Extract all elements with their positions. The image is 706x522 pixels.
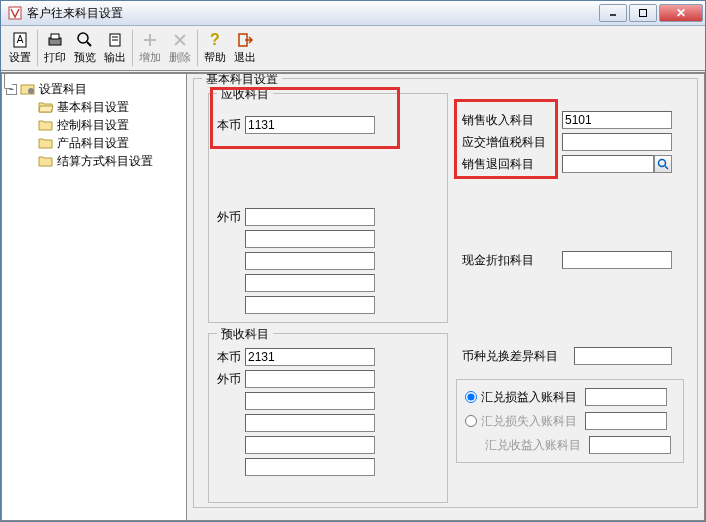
cash-discount-input[interactable] (562, 251, 672, 269)
group-ar: 应收科目 本币 外币 (208, 93, 448, 323)
folder-wrench-icon (20, 82, 36, 96)
svg-rect-6 (51, 34, 59, 39)
add-icon (141, 31, 159, 49)
delete-button[interactable]: 删除 (165, 28, 195, 68)
pr-foreign-label: 外币 (217, 371, 241, 388)
folder-icon (38, 136, 54, 150)
tree-item-label: 控制科目设置 (57, 117, 129, 134)
fx-diff-input[interactable] (574, 347, 672, 365)
group-pr-title: 预收科目 (217, 326, 273, 343)
toolbar-separator (132, 30, 133, 66)
minimize-button[interactable] (599, 4, 627, 22)
delete-icon (171, 31, 189, 49)
group-basic-settings: 基本科目设置 应收科目 本币 外币 预收科 (193, 78, 698, 508)
fx-diff-label: 币种兑换差异科目 (462, 348, 570, 365)
tree-tab[interactable] (4, 73, 12, 89)
pr-local-input[interactable] (245, 348, 375, 366)
fx-gain-label: 汇兑收益入账科目 (485, 437, 581, 454)
svg-point-7 (78, 33, 88, 43)
folder-open-icon (38, 100, 54, 114)
preview-icon (76, 31, 94, 49)
settings-icon: A (11, 31, 29, 49)
tree-item-product[interactable]: 产品科目设置 (24, 134, 182, 152)
folder-icon (38, 154, 54, 168)
help-button[interactable]: ? 帮助 (200, 28, 230, 68)
toolbar-separator (37, 30, 38, 66)
tree-item-label: 结算方式科目设置 (57, 153, 153, 170)
help-icon: ? (206, 31, 224, 49)
fx-loss-input[interactable] (585, 412, 667, 430)
vat-label: 应交增值税科目 (462, 134, 558, 151)
fx-gainloss-radio[interactable] (465, 391, 477, 403)
window-title: 客户往来科目设置 (27, 5, 599, 22)
tree-root[interactable]: − 设置科目 (6, 80, 182, 98)
ar-foreign-label: 外币 (217, 209, 241, 226)
tree-item-basic[interactable]: 基本科目设置 (24, 98, 182, 116)
add-button[interactable]: 增加 (135, 28, 165, 68)
app-icon (7, 5, 23, 21)
titlebar: 客户往来科目设置 ✕ (1, 1, 705, 26)
app-window: 客户往来科目设置 ✕ A 设置 打印 预览 输出 增加 (0, 0, 706, 522)
pr-foreign-input-4[interactable] (245, 436, 375, 454)
ar-foreign-input-4[interactable] (245, 274, 375, 292)
svg-rect-2 (640, 10, 647, 17)
group-pr: 预收科目 本币 外币 (208, 333, 448, 503)
pr-foreign-input-1[interactable] (245, 370, 375, 388)
export-button[interactable]: 输出 (100, 28, 130, 68)
ar-foreign-input-3[interactable] (245, 252, 375, 270)
window-buttons: ✕ (599, 4, 703, 22)
ar-foreign-input-2[interactable] (245, 230, 375, 248)
ar-foreign-input-1[interactable] (245, 208, 375, 226)
svg-point-20 (659, 160, 666, 167)
body-area: − 设置科目 基本科目设置 控制科目设置 (1, 72, 705, 521)
pr-foreign-input-2[interactable] (245, 392, 375, 410)
tree-item-label: 基本科目设置 (57, 99, 129, 116)
exit-icon (236, 31, 254, 49)
content-panel: 基本科目设置 应收科目 本币 外币 预收科 (187, 72, 705, 521)
pr-local-label: 本币 (217, 349, 241, 366)
sales-income-label: 销售收入科目 (462, 112, 558, 129)
svg-line-21 (665, 166, 668, 169)
ar-foreign-input-5[interactable] (245, 296, 375, 314)
preview-button[interactable]: 预览 (70, 28, 100, 68)
svg-text:?: ? (210, 31, 220, 48)
tree-item-settlement[interactable]: 结算方式科目设置 (24, 152, 182, 170)
print-icon (46, 31, 64, 49)
tree-item-control[interactable]: 控制科目设置 (24, 116, 182, 134)
pr-foreign-input-5[interactable] (245, 458, 375, 476)
sales-return-input[interactable] (562, 155, 654, 173)
toolbar: A 设置 打印 预览 输出 增加 删除 ? 帮助 (1, 26, 705, 71)
ar-local-input[interactable] (245, 116, 375, 134)
lookup-button[interactable] (654, 155, 672, 173)
maximize-button[interactable] (629, 4, 657, 22)
fx-loss-radio[interactable] (465, 415, 477, 427)
pr-foreign-input-3[interactable] (245, 414, 375, 432)
ar-local-label: 本币 (217, 117, 241, 134)
svg-line-8 (87, 42, 91, 46)
sales-return-label: 销售退回科目 (462, 156, 558, 173)
tree-panel: − 设置科目 基本科目设置 控制科目设置 (1, 72, 187, 521)
tree-root-label: 设置科目 (39, 81, 87, 98)
tree: − 设置科目 基本科目设置 控制科目设置 (2, 74, 186, 176)
exit-button[interactable]: 退出 (230, 28, 260, 68)
folder-icon (38, 118, 54, 132)
svg-text:A: A (17, 34, 24, 45)
fx-gainloss-input[interactable] (585, 388, 667, 406)
close-button[interactable]: ✕ (659, 4, 703, 22)
fx-gainloss-label: 汇兑损益入账科目 (481, 389, 577, 406)
sales-income-input[interactable] (562, 111, 672, 129)
vat-input[interactable] (562, 133, 672, 151)
tree-item-label: 产品科目设置 (57, 135, 129, 152)
print-button[interactable]: 打印 (40, 28, 70, 68)
cash-discount-label: 现金折扣科目 (462, 252, 558, 269)
settings-button[interactable]: A 设置 (5, 28, 35, 68)
tree-children: 基本科目设置 控制科目设置 产品科目设置 (6, 98, 182, 170)
fx-gain-input[interactable] (589, 436, 671, 454)
export-icon (106, 31, 124, 49)
group-ar-title: 应收科目 (217, 86, 273, 103)
svg-point-19 (28, 88, 34, 94)
fx-loss-label: 汇兑损失入账科目 (481, 413, 577, 430)
fx-radio-group: 汇兑损益入账科目 汇兑损失入账科目 汇兑收益入账科目 (456, 379, 684, 463)
toolbar-separator (197, 30, 198, 66)
